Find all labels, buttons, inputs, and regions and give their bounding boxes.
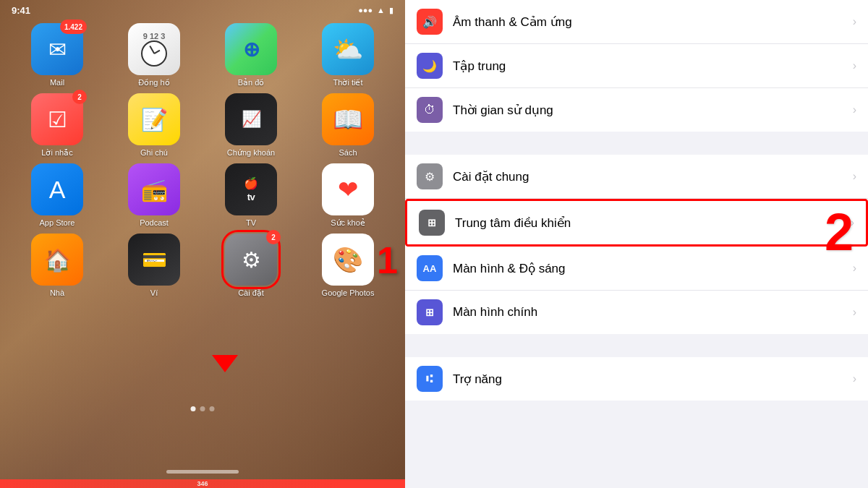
settings-item-screentime[interactable]: ⏱ Thời gian sử dụng › [405, 88, 868, 132]
accessibility-settings-icon: ⑆ [417, 366, 443, 392]
maps-label: Bản đồ [238, 78, 265, 87]
app-settings[interactable]: ⚙ 2 Cài đặt [211, 234, 291, 298]
app-health[interactable]: ❤ Sức khoẻ [308, 163, 388, 228]
settings-item-homescreen[interactable]: ⊞ Màn hình chính › [405, 291, 868, 334]
app-googlephotos[interactable]: 🎨 Google Photos [308, 234, 388, 298]
general-chevron-icon: › [853, 170, 856, 183]
settings-panel: 2 🔊 Âm thanh & Cảm ứng › 🌙 Tập trung › ⏱… [405, 0, 868, 488]
page-dots [191, 406, 215, 411]
control-settings-icon: ⊞ [419, 210, 445, 236]
settings-list-group2: ⚙ Cài đặt chung › ⊞ Trung tâm điều khiển… [405, 155, 868, 334]
status-time: 9:41 [12, 5, 30, 16]
control-icon: ⊞ [427, 217, 436, 228]
app-row-3: A App Store 📻 Podcast 🍎 tv TV [9, 163, 396, 228]
display-settings-label: Màn hình & Độ sáng [453, 261, 847, 276]
annotation-number-1: 1 [377, 239, 398, 282]
app-home[interactable]: 🏠 Nhà [17, 234, 97, 298]
app-podcasts[interactable]: 📻 Podcast [114, 163, 194, 228]
screentime-settings-icon: ⏱ [417, 97, 443, 123]
settings-badge: 2 [266, 230, 281, 244]
app-clock[interactable]: 9 12 3 Đồng hồ [114, 23, 194, 87]
annotation-number-2: 2 [825, 202, 854, 262]
app-row-4: 🏠 Nhà 💳 Ví ⚙ 2 Cài đặt [9, 234, 396, 298]
display-settings-icon: AA [417, 255, 443, 281]
accessibility-icon: ⑆ [426, 372, 433, 385]
appstore-icon: A [49, 176, 66, 204]
wifi-icon: ▲ [377, 6, 385, 14]
app-weather[interactable]: ⛅ Thời tiết [308, 23, 388, 87]
control-center-label: Trung tâm điều khiển [455, 215, 845, 231]
settings-item-focus[interactable]: 🌙 Tập trung › [405, 44, 868, 88]
accessibility-chevron-icon: › [853, 372, 856, 385]
general-settings-icon: ⚙ [417, 163, 443, 189]
home-label: Nhà [50, 288, 64, 297]
appletv-apple: 🍎 [244, 176, 258, 190]
books-icon: 📖 [333, 105, 363, 134]
health-icon: ❤ [338, 175, 358, 204]
status-bar: 9:41 ●●● ▲ ▮ [0, 0, 405, 20]
settings-item-control-center[interactable]: ⊞ Trung tâm điều khiển › [405, 199, 868, 247]
arrow-to-settings [212, 355, 238, 372]
display-chevron-icon: › [853, 262, 856, 275]
clock-label: Đồng hồ [138, 78, 169, 87]
mail-badge: 1.422 [60, 20, 87, 34]
podcasts-label: Podcast [140, 218, 169, 227]
phone-screen: 9:41 ●●● ▲ ▮ ✉ 1.422 Mail [0, 0, 405, 488]
app-wallet[interactable]: 💳 Ví [114, 234, 194, 298]
wallet-icon: 💳 [142, 248, 167, 272]
app-row-1: ✉ 1.422 Mail 9 12 3 Đồng hồ [9, 23, 396, 87]
settings-list-group3: ⑆ Trợ năng › [405, 357, 868, 401]
homescreen-icon: ⊞ [425, 307, 434, 318]
stocks-icon: 📈 [242, 110, 261, 129]
settings-item-display[interactable]: AA Màn hình & Độ sáng › [405, 247, 868, 291]
app-reminders[interactable]: ☑ 2 Lời nhắc [17, 93, 97, 158]
books-label: Sách [339, 148, 357, 157]
app-maps[interactable]: ⊕ Bản đồ [211, 23, 291, 87]
app-appstore[interactable]: A App Store [17, 163, 97, 228]
sound-icon: 🔊 [422, 15, 437, 29]
settings-section-gap-1 [405, 132, 868, 155]
app-notes[interactable]: 📝 Ghi chú [114, 93, 194, 158]
focus-icon: 🌙 [422, 59, 437, 73]
weather-icon: ⛅ [333, 35, 363, 64]
signal-icon: ●●● [358, 6, 373, 14]
status-icons: ●●● ▲ ▮ [358, 6, 393, 15]
app-appletv[interactable]: 🍎 tv TV [211, 163, 291, 228]
settings-item-accessibility[interactable]: ⑆ Trợ năng › [405, 357, 868, 401]
settings-icon: ⚙ [242, 247, 261, 273]
accessibility-settings-label: Trợ năng [453, 372, 847, 387]
screentime-chevron-icon: › [853, 103, 856, 116]
home-icon: 🏠 [44, 247, 71, 273]
googlephotos-icon: 🎨 [333, 245, 363, 274]
podcasts-icon: 📻 [141, 177, 168, 202]
home-indicator [166, 470, 239, 474]
reminders-label: Lời nhắc [41, 148, 72, 158]
appletv-text: tv [247, 192, 255, 202]
reminders-badge: 2 [72, 90, 87, 104]
homescreen-settings-label: Màn hình chính [453, 305, 847, 320]
general-settings-label: Cài đặt chung [453, 169, 847, 184]
app-books[interactable]: 📖 Sách [308, 93, 388, 158]
health-label: Sức khoẻ [331, 218, 365, 228]
sound-settings-icon: 🔊 [417, 9, 443, 35]
weather-label: Thời tiết [333, 78, 363, 87]
settings-item-sound[interactable]: 🔊 Âm thanh & Cảm ứng › [405, 0, 868, 44]
appstore-label: App Store [40, 218, 75, 227]
appletv-label: TV [246, 218, 256, 227]
sound-chevron-icon: › [853, 15, 856, 28]
screentime-settings-label: Thời gian sử dụng [453, 103, 847, 118]
wallet-label: Ví [150, 288, 158, 297]
notes-label: Ghi chú [140, 148, 168, 157]
settings-item-general[interactable]: ⚙ Cài đặt chung › [405, 155, 868, 199]
app-grid: ✉ 1.422 Mail 9 12 3 Đồng hồ [0, 23, 405, 304]
mail-icon: ✉ [48, 37, 67, 62]
mail-label: Mail [50, 78, 64, 87]
screentime-icon: ⏱ [424, 103, 435, 116]
settings-label: Cài đặt [238, 288, 264, 298]
app-stocks[interactable]: 📈 Chứng khoán [211, 93, 291, 158]
googlephotos-label: Google Photos [322, 288, 375, 297]
focus-chevron-icon: › [853, 59, 856, 72]
homescreen-settings-icon: ⊞ [417, 299, 443, 325]
focus-settings-label: Tập trung [453, 59, 847, 74]
app-mail[interactable]: ✉ 1.422 Mail [17, 23, 97, 87]
